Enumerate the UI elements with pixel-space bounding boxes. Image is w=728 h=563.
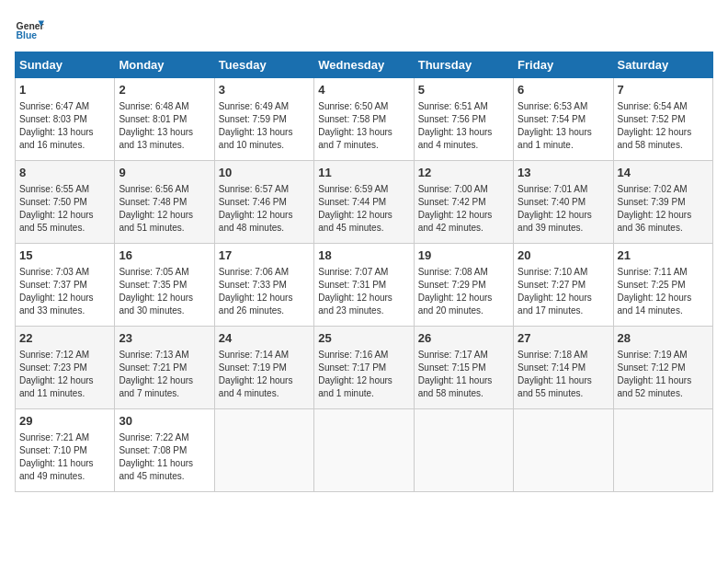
calendar-cell: 14Sunrise: 7:02 AMSunset: 7:39 PMDayligh… [613, 161, 712, 244]
calendar-week-row: 29Sunrise: 7:21 AMSunset: 7:10 PMDayligh… [16, 409, 713, 492]
day-number: 16 [119, 247, 210, 264]
sunrise-text: Sunrise: 7:12 AM [19, 350, 89, 360]
col-monday: Monday [115, 52, 214, 78]
calendar-week-row: 22Sunrise: 7:12 AMSunset: 7:23 PMDayligh… [16, 327, 713, 409]
calendar-cell: 30Sunrise: 7:22 AMSunset: 7:08 PMDayligh… [115, 409, 214, 492]
sunset-text: Sunset: 7:54 PM [518, 114, 586, 124]
calendar-cell: 22Sunrise: 7:12 AMSunset: 7:23 PMDayligh… [16, 327, 115, 409]
day-number: 3 [219, 82, 310, 98]
day-number: 25 [318, 330, 409, 347]
sunrise-text: Sunrise: 7:08 AM [418, 267, 488, 277]
sunrise-text: Sunrise: 7:19 AM [618, 350, 688, 360]
sunset-text: Sunset: 7:21 PM [119, 362, 187, 373]
sunset-text: Sunset: 7:14 PM [518, 362, 586, 373]
col-saturday: Saturday [613, 52, 712, 78]
calendar-cell: 16Sunrise: 7:05 AMSunset: 7:35 PMDayligh… [115, 244, 214, 327]
sunrise-text: Sunrise: 7:13 AM [119, 350, 188, 360]
calendar-cell: 23Sunrise: 7:13 AMSunset: 7:21 PMDayligh… [115, 327, 214, 409]
daylight-text: Daylight: 12 hours and 33 minutes. [19, 293, 94, 316]
calendar-cell: 12Sunrise: 7:00 AMSunset: 7:42 PMDayligh… [414, 161, 513, 244]
sunrise-text: Sunrise: 7:07 AM [318, 267, 388, 277]
sunrise-text: Sunrise: 6:53 AM [518, 101, 587, 111]
sunset-text: Sunset: 7:39 PM [618, 197, 686, 207]
day-number: 5 [418, 82, 509, 98]
calendar-cell: 9Sunrise: 6:56 AMSunset: 7:48 PMDaylight… [115, 161, 214, 244]
day-number: 1 [19, 82, 110, 98]
day-number: 14 [618, 165, 709, 181]
sunrise-text: Sunrise: 7:05 AM [119, 267, 188, 277]
daylight-text: Daylight: 12 hours and 45 minutes. [318, 210, 392, 233]
daylight-text: Daylight: 12 hours and 48 minutes. [219, 210, 293, 233]
calendar-cell: 25Sunrise: 7:16 AMSunset: 7:17 PMDayligh… [314, 327, 414, 409]
sunset-text: Sunset: 7:23 PM [19, 362, 87, 373]
sunset-text: Sunset: 7:48 PM [119, 197, 187, 207]
sunset-text: Sunset: 7:59 PM [219, 114, 287, 124]
sunset-text: Sunset: 7:58 PM [318, 114, 386, 124]
daylight-text: Daylight: 13 hours and 1 minute. [518, 127, 592, 150]
day-number: 10 [219, 165, 310, 181]
logo: General Blue [15, 15, 44, 44]
sunset-text: Sunset: 7:50 PM [19, 197, 87, 207]
sunset-text: Sunset: 7:08 PM [119, 445, 187, 455]
sunset-text: Sunset: 7:12 PM [618, 362, 686, 373]
daylight-text: Daylight: 13 hours and 7 minutes. [318, 127, 392, 150]
calendar-cell: 19Sunrise: 7:08 AMSunset: 7:29 PMDayligh… [414, 244, 513, 327]
calendar-cell: 10Sunrise: 6:57 AMSunset: 7:46 PMDayligh… [214, 161, 313, 244]
calendar-week-row: 15Sunrise: 7:03 AMSunset: 7:37 PMDayligh… [16, 244, 713, 327]
calendar-week-row: 8Sunrise: 6:55 AMSunset: 7:50 PMDaylight… [16, 161, 713, 244]
sunrise-text: Sunrise: 7:00 AM [418, 184, 488, 194]
sunset-text: Sunset: 7:27 PM [518, 280, 586, 290]
day-number: 4 [318, 82, 409, 98]
calendar-cell: 28Sunrise: 7:19 AMSunset: 7:12 PMDayligh… [613, 327, 712, 409]
daylight-text: Daylight: 12 hours and 14 minutes. [618, 293, 692, 316]
sunset-text: Sunset: 7:15 PM [418, 362, 486, 373]
sunrise-text: Sunrise: 7:17 AM [418, 350, 488, 360]
col-thursday: Thursday [414, 52, 513, 78]
daylight-text: Daylight: 11 hours and 45 minutes. [119, 458, 193, 481]
day-number: 7 [618, 82, 709, 98]
sunset-text: Sunset: 7:35 PM [119, 280, 187, 290]
daylight-text: Daylight: 12 hours and 51 minutes. [119, 210, 193, 233]
calendar-cell: 17Sunrise: 7:06 AMSunset: 7:33 PMDayligh… [214, 244, 313, 327]
day-number: 20 [518, 247, 609, 264]
sunrise-text: Sunrise: 7:14 AM [219, 350, 289, 360]
calendar-cell: 29Sunrise: 7:21 AMSunset: 7:10 PMDayligh… [16, 409, 115, 492]
daylight-text: Daylight: 12 hours and 23 minutes. [318, 293, 392, 316]
sunset-text: Sunset: 7:40 PM [518, 197, 586, 207]
daylight-text: Daylight: 12 hours and 4 minutes. [219, 375, 293, 398]
daylight-text: Daylight: 13 hours and 4 minutes. [418, 127, 493, 150]
calendar-cell [214, 409, 313, 492]
calendar-cell: 21Sunrise: 7:11 AMSunset: 7:25 PMDayligh… [613, 244, 712, 327]
col-tuesday: Tuesday [214, 52, 313, 78]
calendar-cell: 20Sunrise: 7:10 AMSunset: 7:27 PMDayligh… [514, 244, 613, 327]
day-number: 8 [19, 165, 110, 181]
col-friday: Friday [514, 52, 613, 78]
calendar-cell [414, 409, 513, 492]
calendar-cell: 24Sunrise: 7:14 AMSunset: 7:19 PMDayligh… [214, 327, 313, 409]
sunrise-text: Sunrise: 6:48 AM [119, 101, 188, 111]
calendar-cell: 1Sunrise: 6:47 AMSunset: 8:03 PMDaylight… [16, 78, 115, 161]
col-wednesday: Wednesday [314, 52, 414, 78]
sunrise-text: Sunrise: 7:21 AM [19, 432, 89, 442]
sunrise-text: Sunrise: 7:22 AM [119, 432, 188, 442]
sunrise-text: Sunrise: 6:47 AM [19, 101, 89, 111]
daylight-text: Daylight: 13 hours and 16 minutes. [19, 127, 94, 150]
calendar-body: 1Sunrise: 6:47 AMSunset: 8:03 PMDaylight… [16, 78, 713, 492]
logo-icon: General Blue [15, 15, 44, 44]
daylight-text: Daylight: 12 hours and 58 minutes. [618, 127, 692, 150]
sunrise-text: Sunrise: 6:50 AM [318, 101, 388, 111]
daylight-text: Daylight: 11 hours and 55 minutes. [518, 375, 592, 398]
daylight-text: Daylight: 11 hours and 49 minutes. [19, 458, 94, 481]
daylight-text: Daylight: 12 hours and 55 minutes. [19, 210, 94, 233]
calendar-cell [514, 409, 613, 492]
sunrise-text: Sunrise: 7:18 AM [518, 350, 587, 360]
calendar-cell: 4Sunrise: 6:50 AMSunset: 7:58 PMDaylight… [314, 78, 414, 161]
daylight-text: Daylight: 12 hours and 30 minutes. [119, 293, 193, 316]
sunset-text: Sunset: 7:19 PM [219, 362, 287, 373]
day-number: 30 [119, 413, 210, 430]
sunrise-text: Sunrise: 7:03 AM [19, 267, 89, 277]
sunrise-text: Sunrise: 6:59 AM [318, 184, 388, 194]
calendar-cell: 7Sunrise: 6:54 AMSunset: 7:52 PMDaylight… [613, 78, 712, 161]
daylight-text: Daylight: 12 hours and 17 minutes. [518, 293, 592, 316]
sunset-text: Sunset: 7:42 PM [418, 197, 486, 207]
